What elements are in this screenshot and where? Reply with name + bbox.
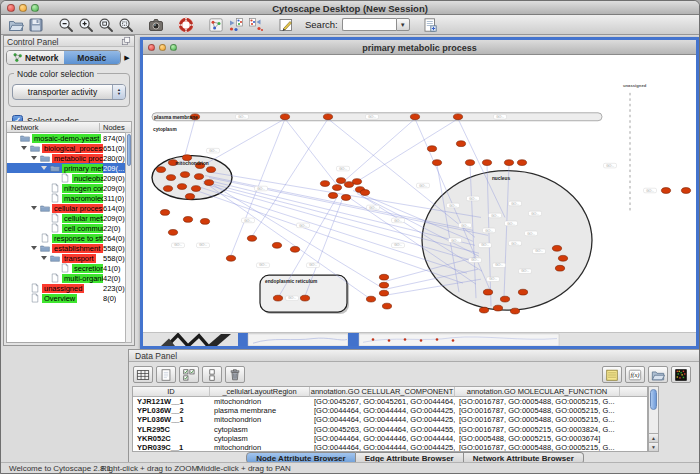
more-tabs-button[interactable]: ▶ bbox=[122, 54, 132, 62]
notepad-button[interactable] bbox=[602, 366, 622, 383]
save-button[interactable] bbox=[26, 15, 46, 34]
select-attributes-button[interactable] bbox=[179, 366, 199, 383]
new-doc-button[interactable] bbox=[156, 366, 176, 383]
layout-1-button[interactable] bbox=[226, 15, 246, 34]
delete-attribute-button[interactable] bbox=[225, 366, 245, 383]
cell: [GO:0044464, GO:0044444, GO:0044425, G..… bbox=[310, 415, 455, 424]
table-row[interactable]: YKR052Ccytoplasm[GO:0044464, GO:0044446,… bbox=[133, 434, 647, 443]
table-row[interactable]: YJR121W__1mitochondrion[GO:0045267, GO:0… bbox=[133, 397, 647, 406]
zoom-in-button[interactable] bbox=[76, 15, 96, 34]
expand-arrow-icon[interactable] bbox=[31, 206, 37, 210]
tab-mosaic[interactable]: Mosaic bbox=[64, 51, 121, 64]
table-button[interactable] bbox=[133, 366, 153, 383]
network-canvas[interactable]: GO:..GO:..GO:..GO:..GO:..GO:..GO:..GO:..… bbox=[143, 56, 696, 332]
node-color-selection-group: Node color selection transporter activit… bbox=[8, 73, 130, 107]
scrollbar-thumb[interactable] bbox=[650, 389, 657, 410]
expand-arrow-icon[interactable] bbox=[21, 146, 27, 150]
cell: YLR295C bbox=[133, 425, 210, 434]
cell: YJR121W__1 bbox=[133, 397, 210, 406]
cell: [GO:0044464, GO:0044446, GO:0044444, G..… bbox=[310, 434, 455, 443]
tree-item-nitrogen-compo[interactable]: nitrogen compo209(0) bbox=[7, 183, 131, 193]
svg-text:GO:..: GO:.. bbox=[489, 277, 497, 281]
tree-item-biological-process[interactable]: biological_process651(0) bbox=[7, 143, 131, 153]
cell: [GO:0016787, GO:0005488, GO:0005215, G..… bbox=[455, 406, 620, 415]
tree-scrollbar-thumb[interactable] bbox=[127, 134, 132, 166]
open-folder-button[interactable] bbox=[648, 366, 668, 383]
tree-item-label: establishment of lo bbox=[52, 244, 103, 253]
titlebar[interactable]: Cytoscape Desktop (New Session) bbox=[1, 1, 699, 15]
tree-item-macromolecule[interactable]: macromolecule311(0) bbox=[7, 193, 131, 203]
svg-text:GO:..: GO:.. bbox=[646, 189, 654, 193]
svg-text:GO:..: GO:.. bbox=[259, 263, 267, 267]
tree-item-cell-communicat[interactable]: cell communicat22(0) bbox=[7, 223, 131, 233]
network-window-titlebar[interactable]: primary metabolic process bbox=[143, 40, 696, 55]
svg-text:GO:..: GO:.. bbox=[451, 239, 459, 243]
svg-text:GO:..: GO:.. bbox=[461, 224, 469, 228]
column-header-cellularlayoutregion[interactable]: _cellularLayoutRegion bbox=[210, 387, 310, 397]
table-row[interactable]: YLR295Ccytoplasm[GO:0045263, GO:0044464,… bbox=[133, 425, 647, 434]
column-header-annotation-go-cellular-component[interactable]: annotation.GO CELLULAR_COMPONENT bbox=[310, 387, 455, 397]
tree-item-count: 874(0) bbox=[103, 134, 125, 143]
table-row[interactable]: YPL036W__2plasma membrane[GO:0044464, GO… bbox=[133, 406, 647, 415]
tree-item-overview[interactable]: Overview8(0) bbox=[7, 293, 131, 303]
tab-network[interactable]: Network bbox=[7, 51, 64, 64]
tree-item-primary-metabo[interactable]: primary metabo209(... bbox=[7, 163, 131, 173]
tree-item-mosaic-demo-yeast[interactable]: mosaic-demo-yeast874(0) bbox=[7, 133, 131, 143]
status-welcome: Welcome to Cytoscape 2.8.1 bbox=[9, 464, 111, 473]
file-icon bbox=[50, 273, 61, 283]
cell: [GO:0005488, GO:0005215, GO:0003674] bbox=[455, 434, 620, 443]
tree-scrollbar[interactable] bbox=[125, 132, 132, 343]
tree-item-multi-organism-pro[interactable]: multi-organism pro42(0) bbox=[7, 273, 131, 283]
status-bar: Welcome to Cytoscape 2.8.1 Right-click +… bbox=[1, 462, 699, 473]
zoom-fit-button[interactable] bbox=[116, 15, 136, 34]
svg-text:GO:..: GO:.. bbox=[527, 232, 535, 236]
zoom-out-button[interactable] bbox=[56, 15, 76, 34]
tree-item-unassigned[interactable]: unassigned223(0) bbox=[7, 283, 131, 293]
zoom-selected-button[interactable] bbox=[96, 15, 116, 34]
scroll-up-button[interactable]: ▲ bbox=[649, 433, 658, 442]
svg-text:GO:..: GO:.. bbox=[257, 187, 265, 191]
float-panel-icon[interactable] bbox=[121, 36, 132, 46]
cell: [GO:0016787, GO:0005215, GO:0003824, G..… bbox=[455, 425, 620, 434]
annotation-button[interactable] bbox=[276, 15, 296, 34]
help-button[interactable] bbox=[176, 15, 196, 34]
matrix-button[interactable] bbox=[671, 366, 691, 383]
scroll-down-button[interactable]: ▼ bbox=[649, 442, 658, 451]
expand-arrow-icon[interactable] bbox=[31, 156, 37, 160]
camera-button[interactable] bbox=[146, 15, 166, 34]
expand-arrow-icon[interactable] bbox=[41, 166, 47, 170]
unselect-attributes-button[interactable] bbox=[202, 366, 222, 383]
tree-item-nucleobase[interactable]: nucleobase-209(0) bbox=[7, 173, 131, 183]
tree-item-count: 280(0) bbox=[103, 154, 125, 163]
open-folder-button[interactable] bbox=[6, 15, 26, 34]
doc-plus-button[interactable] bbox=[420, 15, 440, 34]
control-panel-tabs: Network Mosaic ▶ bbox=[6, 50, 132, 65]
column-header-annotation-go-molecular-function[interactable]: annotation.GO MOLECULAR_FUNCTION bbox=[455, 387, 620, 397]
tree-item-establishment-of-lo[interactable]: establishment of lo558(0) bbox=[7, 243, 131, 253]
tree-item-cellular-process[interactable]: cellular process614(0) bbox=[7, 203, 131, 213]
network-overview-button[interactable] bbox=[206, 15, 226, 34]
tree-item-secretion[interactable]: secretion41(0) bbox=[7, 263, 131, 273]
node-color-dropdown[interactable]: transporter activity ▲▼ bbox=[12, 84, 126, 100]
tree-item-label: biological_process bbox=[42, 144, 103, 153]
dropdown-value: transporter activity bbox=[13, 87, 112, 97]
expand-arrow-icon[interactable] bbox=[41, 256, 47, 260]
tree-item-response-to-stimulu[interactable]: response to stimulu264(0) bbox=[7, 233, 131, 243]
table-row[interactable]: YDR039C__1mitochondrion[GO:0044464, GO:0… bbox=[133, 443, 647, 452]
data-panel-header[interactable]: Data Panel bbox=[129, 350, 700, 362]
tree-item-transport[interactable]: transport558(0) bbox=[7, 253, 131, 263]
formula-button[interactable]: f(x) bbox=[625, 366, 645, 383]
column-header-id[interactable]: ID bbox=[133, 387, 210, 397]
expand-arrow-icon[interactable] bbox=[31, 246, 37, 250]
cell: mitochondrion bbox=[210, 397, 310, 406]
search-input[interactable] bbox=[342, 18, 396, 31]
tree-item-cellular-metabo[interactable]: cellular metabo209(0) bbox=[7, 213, 131, 223]
tree-item-metabolic-process[interactable]: metabolic process280(0) bbox=[7, 153, 131, 163]
table-scrollbar[interactable]: ▲ ▼ bbox=[648, 386, 659, 452]
svg-text:GO:..: GO:.. bbox=[244, 219, 252, 223]
table-row[interactable]: YPL036W__1mitochondrion[GO:0044464, GO:0… bbox=[133, 415, 647, 424]
search-dropdown-button[interactable]: ▼ bbox=[396, 18, 410, 31]
network-view-window: primary metabolic process GO:..GO:..GO:.… bbox=[140, 37, 699, 349]
tree-item-count: 209(0) bbox=[103, 214, 125, 223]
layout-2-button[interactable] bbox=[246, 15, 266, 34]
